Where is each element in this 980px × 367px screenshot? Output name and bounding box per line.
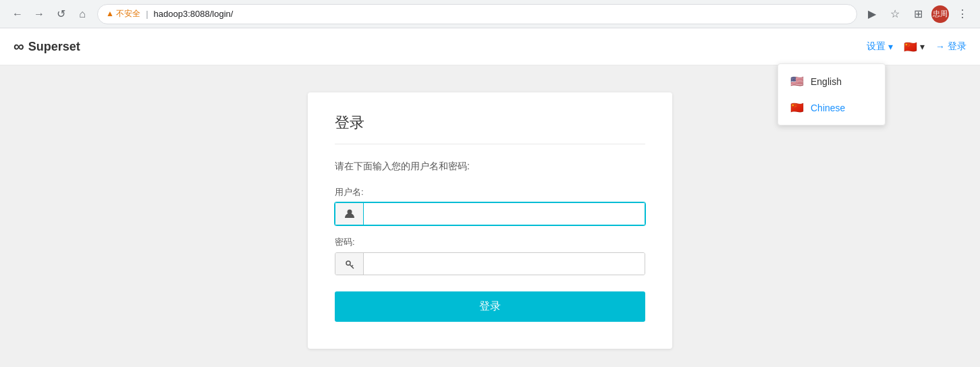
chinese-flag-icon: 🇨🇳 (790, 101, 804, 114)
settings-arrow-icon: ▾ (888, 41, 893, 52)
language-button[interactable]: 🇨🇳 ▾ (904, 40, 925, 53)
language-dropdown: 🇺🇸 English 🇨🇳 Chinese (778, 63, 886, 125)
login-header-label: 登录 (948, 40, 967, 53)
browser-bar: ← → ↺ ⌂ ▲ 不安全 | hadoop3:8088/login/ ▶ ☆ … (0, 0, 980, 28)
settings-button[interactable]: 设置 ▾ (867, 40, 893, 53)
password-label: 密码: (335, 236, 645, 248)
insecure-indicator: ▲ 不安全 (106, 8, 140, 20)
app-header: ∞ Superset 设置 ▾ 🇨🇳 ▾ → 登录 🇺🇸 English 🇨🇳 … (0, 28, 980, 65)
password-icon (335, 253, 364, 275)
login-card-title: 登录 (335, 113, 645, 144)
login-subtitle: 请在下面输入您的用户名和密码: (335, 161, 645, 173)
more-button[interactable]: ⋮ (953, 5, 972, 24)
password-input[interactable] (364, 253, 645, 275)
english-label: English (811, 76, 842, 87)
login-card: 登录 请在下面输入您的用户名和密码: 用户名: 密码: (308, 92, 672, 349)
username-label: 用户名: (335, 186, 645, 198)
header-right: 设置 ▾ 🇨🇳 ▾ → 登录 (867, 40, 967, 53)
logo-area: ∞ Superset (13, 38, 80, 55)
password-input-group (335, 252, 645, 275)
refresh-button[interactable]: ↺ (51, 5, 70, 24)
svg-line-3 (352, 265, 353, 266)
logo-text: Superset (28, 40, 80, 54)
svg-point-1 (346, 261, 350, 265)
extensions-button[interactable]: ⊞ (908, 5, 927, 24)
lang-option-chinese[interactable]: 🇨🇳 Chinese (778, 94, 885, 121)
address-separator: | (146, 9, 148, 19)
bookmark-button[interactable]: ☆ (886, 5, 904, 24)
browser-nav-buttons: ← → ↺ ⌂ (8, 5, 92, 24)
login-submit-button[interactable]: 登录 (335, 291, 645, 322)
chinese-label: Chinese (811, 103, 845, 113)
logo-icon: ∞ (13, 38, 23, 55)
home-button[interactable]: ⌂ (73, 5, 92, 24)
english-flag-icon: 🇺🇸 (790, 75, 804, 88)
username-input[interactable] (364, 203, 645, 225)
profile-avatar[interactable]: 忠周 (931, 5, 949, 23)
back-button[interactable]: ← (8, 5, 27, 24)
url-text: hadoop3:8088/login/ (154, 9, 234, 19)
login-header-button[interactable]: → 登录 (935, 40, 967, 53)
forward-button[interactable]: → (30, 5, 49, 24)
username-icon (335, 203, 364, 225)
lang-flag: 🇨🇳 (904, 40, 917, 53)
cast-button[interactable]: ▶ (863, 5, 881, 24)
login-arrow-icon: → (935, 41, 945, 52)
settings-label: 设置 (867, 40, 886, 53)
lang-arrow-icon: ▾ (920, 41, 925, 52)
address-bar[interactable]: ▲ 不安全 | hadoop3:8088/login/ (97, 4, 857, 24)
username-input-group (335, 202, 645, 225)
browser-actions: ▶ ☆ ⊞ 忠周 ⋮ (863, 5, 972, 24)
lang-option-english[interactable]: 🇺🇸 English (778, 68, 885, 94)
